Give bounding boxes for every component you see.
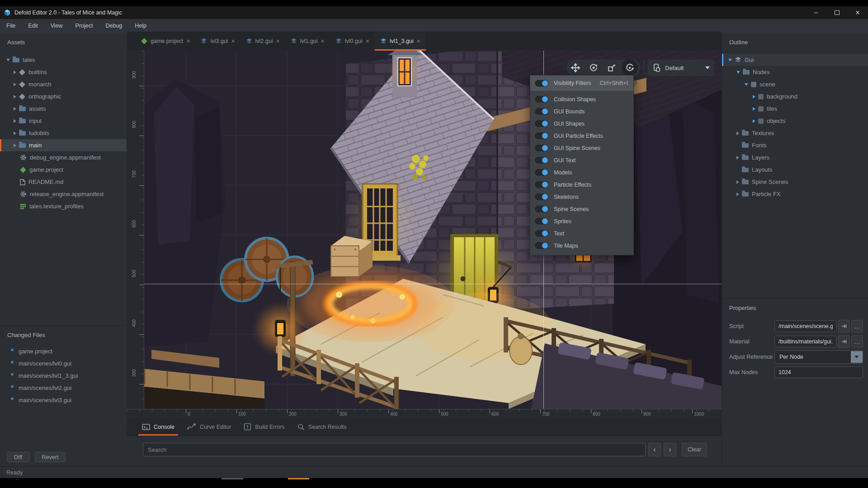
filter-gui-text[interactable]: GUI Text bbox=[530, 154, 633, 166]
clear-button[interactable]: Clear bbox=[682, 443, 707, 456]
search-prev-button[interactable]: ‹ bbox=[648, 443, 661, 456]
diff-button[interactable]: Diff bbox=[7, 452, 29, 462]
chevron-down-icon[interactable] bbox=[728, 59, 732, 61]
toggle-switch[interactable] bbox=[535, 206, 548, 212]
tab-game-project[interactable]: game.project bbox=[136, 32, 195, 51]
chevron-right-icon[interactable] bbox=[736, 131, 739, 135]
changed-file-row[interactable]: * main/scenes/lvl1_3.gui bbox=[0, 370, 127, 382]
adjust-reference-select[interactable]: Per Node bbox=[774, 350, 863, 364]
chevron-down-icon[interactable] bbox=[745, 83, 748, 86]
filter-sprites[interactable]: Sprites bbox=[530, 215, 633, 227]
sidebar-item-game-project[interactable]: game.project bbox=[0, 164, 127, 176]
toggle-switch[interactable] bbox=[535, 132, 548, 139]
chevron-right-icon[interactable] bbox=[14, 131, 16, 135]
chevron-right-icon[interactable] bbox=[736, 180, 739, 184]
max-nodes-field[interactable] bbox=[774, 366, 863, 378]
changed-file-row[interactable]: * game.project bbox=[0, 345, 127, 357]
chevron-right-icon[interactable] bbox=[736, 192, 739, 196]
toggle-switch[interactable] bbox=[535, 218, 548, 225]
visibility-filters-header-row[interactable]: Visibility Filters Ctrl+Shift+I bbox=[530, 75, 633, 91]
tab-close-icon[interactable] bbox=[276, 38, 279, 45]
sidebar-item-release-engine-appmanifest[interactable]: release_engine.appmanifest bbox=[0, 188, 127, 200]
chevron-down-icon[interactable] bbox=[6, 59, 10, 61]
filter-gui-spine-scenes[interactable]: GUI Spine Scenes bbox=[530, 142, 633, 154]
chevron-right-icon[interactable] bbox=[14, 119, 16, 123]
chevron-right-icon[interactable] bbox=[753, 95, 755, 99]
tab-close-icon[interactable] bbox=[417, 38, 420, 45]
chevron-down-icon[interactable] bbox=[736, 71, 740, 74]
changed-file-row[interactable]: * main/scenes/lvl3.gui bbox=[0, 394, 127, 406]
tab-build-errors[interactable]: Build Errors bbox=[237, 418, 291, 436]
revert-button[interactable]: Revert bbox=[35, 452, 66, 462]
browse-resource-button[interactable] bbox=[851, 320, 863, 333]
menu-help[interactable]: Help bbox=[128, 19, 153, 33]
tab-search-results[interactable]: Search Results bbox=[291, 418, 353, 436]
maximize-button[interactable] bbox=[826, 6, 847, 19]
sidebar-item-assets[interactable]: assets bbox=[0, 103, 127, 115]
outline-item-tiles[interactable]: tiles bbox=[722, 103, 868, 115]
move-tool-button[interactable] bbox=[566, 60, 585, 76]
scale-tool-button[interactable] bbox=[603, 60, 621, 76]
outline-item-gui[interactable]: Gui bbox=[722, 54, 868, 66]
menu-file[interactable]: File bbox=[0, 19, 22, 33]
chevron-right-icon[interactable] bbox=[753, 107, 755, 111]
outline-item-spine-scenes[interactable]: Spine Scenes bbox=[722, 176, 868, 188]
menu-debug[interactable]: Debug bbox=[99, 19, 128, 33]
sidebar-item-readme[interactable]: README.md bbox=[0, 176, 127, 188]
toggle-switch[interactable] bbox=[535, 120, 548, 127]
sidebar-item-tales[interactable]: tales bbox=[0, 54, 127, 66]
scene-viewport[interactable]: 900 800 700 600 500 400 300 bbox=[127, 51, 722, 409]
tab-close-icon[interactable] bbox=[321, 38, 325, 45]
layout-profile-selector[interactable]: Default bbox=[647, 60, 714, 76]
outline-item-nodes[interactable]: Nodes bbox=[722, 66, 868, 78]
sidebar-item-monarch[interactable]: monarch bbox=[0, 78, 127, 90]
filter-particle-effects[interactable]: Particle Effects bbox=[530, 178, 633, 191]
sidebar-item-main[interactable]: main bbox=[0, 139, 127, 151]
rotate-tool-button[interactable] bbox=[585, 60, 603, 76]
filter-models[interactable]: Models bbox=[530, 166, 633, 178]
changed-file-row[interactable]: * main/scenes/lvl0.gui bbox=[0, 357, 127, 370]
outline-item-layouts[interactable]: Layouts bbox=[722, 164, 868, 176]
toggle-switch[interactable] bbox=[535, 230, 548, 237]
search-input[interactable] bbox=[143, 443, 646, 456]
tab-close-icon[interactable] bbox=[231, 38, 235, 45]
filter-spine-scenes[interactable]: Spine Scenes bbox=[530, 203, 633, 215]
filter-gui-shapes[interactable]: GUI Shapes bbox=[530, 117, 633, 130]
outline-item-particle-fx[interactable]: Particle FX bbox=[722, 188, 868, 200]
toggle-switch[interactable] bbox=[535, 157, 548, 164]
chevron-right-icon[interactable] bbox=[753, 119, 755, 123]
filter-gui-particle-effects[interactable]: GUI Particle Effects bbox=[530, 130, 633, 142]
tab-lvl1-gui[interactable]: lvl1.gui bbox=[285, 32, 330, 51]
close-button[interactable] bbox=[847, 6, 868, 19]
minimize-button[interactable] bbox=[806, 6, 826, 19]
sidebar-item-debug-engine-appmanifest[interactable]: debug_engine.appmanifest bbox=[0, 151, 127, 164]
tab-console[interactable]: Console bbox=[136, 418, 181, 436]
tab-lvl3-gui[interactable]: lvl3.gui bbox=[195, 32, 240, 51]
chevron-right-icon[interactable] bbox=[14, 83, 16, 86]
toggle-switch[interactable] bbox=[535, 80, 548, 87]
sidebar-item-texture-profiles[interactable]: tales.texture_profiles bbox=[0, 200, 127, 212]
script-field[interactable] bbox=[774, 320, 837, 332]
outline-item-objects[interactable]: objects bbox=[722, 115, 868, 127]
select-arrow-button[interactable] bbox=[851, 351, 863, 363]
sidebar-item-ludobits[interactable]: ludobits bbox=[0, 127, 127, 139]
chevron-right-icon[interactable] bbox=[14, 107, 16, 111]
chevron-right-icon[interactable] bbox=[14, 95, 16, 99]
chevron-right-icon[interactable] bbox=[14, 70, 16, 74]
chevron-right-icon[interactable] bbox=[736, 156, 739, 160]
tab-lvl2-gui[interactable]: lvl2.gui bbox=[241, 32, 285, 51]
sidebar-item-orthographic[interactable]: orthographic bbox=[0, 90, 127, 103]
tab-close-icon[interactable] bbox=[186, 38, 190, 45]
search-next-button[interactable]: › bbox=[664, 443, 676, 456]
toggle-switch[interactable] bbox=[535, 169, 548, 176]
outline-item-background[interactable]: background bbox=[722, 90, 868, 103]
toggle-switch[interactable] bbox=[535, 108, 548, 115]
menu-edit[interactable]: Edit bbox=[22, 19, 44, 33]
toggle-switch[interactable] bbox=[535, 242, 548, 249]
outline-item-textures[interactable]: Textures bbox=[722, 127, 868, 139]
tab-lvl1-3-gui[interactable]: lvl1_3.gui bbox=[375, 32, 426, 51]
outline-item-fonts[interactable]: Fonts bbox=[722, 139, 868, 151]
menu-view[interactable]: View bbox=[44, 19, 69, 33]
filter-gui-bounds[interactable]: GUI Bounds bbox=[530, 105, 633, 117]
filter-tile-maps[interactable]: Tile Maps bbox=[530, 239, 633, 252]
